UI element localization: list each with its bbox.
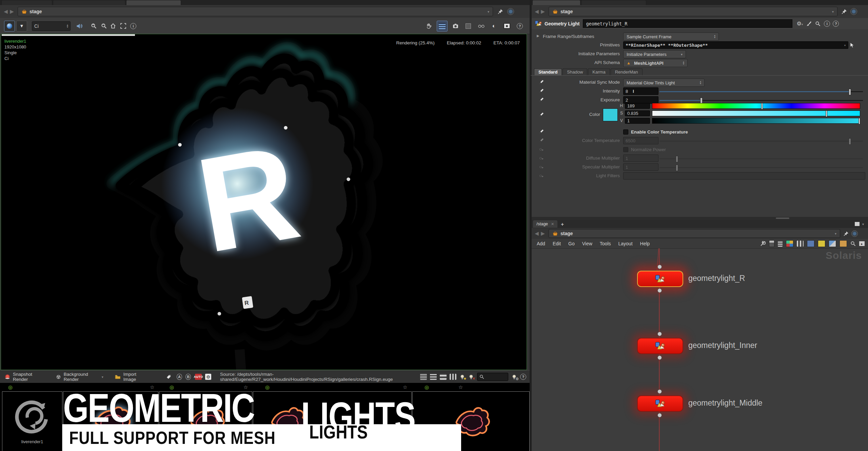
nav-back-icon[interactable]: ◀: [3, 8, 9, 15]
info-button[interactable]: i: [824, 21, 830, 27]
hue-field[interactable]: 189: [625, 103, 650, 109]
param-pane-tab-2[interactable]: [581, 0, 646, 5]
pane-maximize-icon[interactable]: [855, 222, 860, 226]
nav-back-icon[interactable]: ◀: [534, 230, 540, 237]
pane-menu-icon[interactable]: ▾: [862, 222, 864, 226]
node-output-dot[interactable]: [657, 355, 662, 360]
tab-standard[interactable]: Standard: [534, 68, 562, 75]
color-palette-icon[interactable]: [769, 240, 774, 247]
primitives-field[interactable]: **RInnerShape** **ROuterShape** ▾: [623, 41, 848, 49]
nav-forward-icon[interactable]: ▶: [540, 8, 546, 15]
region-icon[interactable]: [463, 21, 473, 31]
network-tab-stage[interactable]: /stage ✕: [533, 220, 557, 228]
nav-forward-icon[interactable]: ▶: [9, 8, 15, 15]
filmstrip-icon[interactable]: [450, 374, 456, 380]
menu-layout[interactable]: Layout: [615, 241, 636, 246]
delete-snapshot-icon[interactable]: ✕: [468, 374, 474, 380]
node-output-dot[interactable]: [657, 413, 662, 417]
fit-view-button[interactable]: [118, 21, 128, 31]
node-name-field[interactable]: geometrylight_R: [583, 19, 792, 28]
sat-bar[interactable]: [652, 110, 860, 116]
pencil-icon[interactable]: [539, 97, 544, 102]
pencil-icon[interactable]: [539, 88, 544, 93]
intensity-slider[interactable]: [659, 91, 863, 92]
help-button[interactable]: ?: [515, 21, 525, 31]
enable-color-temp-checkbox[interactable]: [623, 129, 628, 135]
sticky-note-icon[interactable]: [818, 240, 825, 247]
pin-icon[interactable]: [498, 9, 503, 14]
node-geometrylight-Inner[interactable]: [637, 338, 683, 354]
menu-help[interactable]: Help: [636, 241, 654, 246]
gear-menu-icon[interactable]: ⚙▾: [796, 20, 803, 27]
material-sync-dropdown[interactable]: Material Glow Tints Light ▴▾: [623, 79, 705, 87]
intensity-field[interactable]: 8 I: [623, 87, 658, 95]
menu-edit[interactable]: Edit: [549, 241, 565, 246]
snapshot-render-button[interactable]: Snapshot Render: [13, 372, 44, 382]
radial-menu-icon[interactable]: [851, 230, 858, 237]
aov-select[interactable]: Ci ▴▾: [32, 21, 71, 31]
display-toggle-persp[interactable]: [4, 21, 15, 32]
snapshot-settings-icon[interactable]: ⚙: [511, 374, 517, 380]
path-dropdown-icon[interactable]: ▾: [488, 10, 489, 14]
right-path-field[interactable]: stage ▾: [549, 7, 837, 16]
radial-menu-icon[interactable]: [507, 8, 514, 15]
gallery-thumb-live[interactable]: liverender1: [2, 391, 62, 451]
display-toggle-filter[interactable]: ▼: [16, 21, 27, 32]
stereo-glasses-icon[interactable]: [476, 21, 486, 31]
tab-renderman[interactable]: RenderMan: [611, 68, 643, 75]
left-path-field[interactable]: stage ▾: [18, 7, 493, 16]
search-icon[interactable]: [815, 21, 821, 26]
auto-badge[interactable]: AUTO: [195, 374, 202, 380]
pane-splitter[interactable]: [532, 217, 868, 220]
primitives-dropdown-icon[interactable]: ▾: [844, 43, 846, 47]
grid-large-icon[interactable]: [440, 374, 447, 380]
new-tab-button[interactable]: +: [561, 221, 564, 227]
tab-karma[interactable]: Karma: [588, 68, 610, 75]
grid-small-icon[interactable]: [420, 374, 427, 380]
menu-view[interactable]: View: [578, 241, 596, 246]
inspect-info-button[interactable]: i: [128, 21, 138, 31]
tab-shadow[interactable]: Shadow: [563, 68, 587, 75]
aov-spinner-icon[interactable]: ▴▾: [67, 24, 68, 28]
initialize-parameters-button[interactable]: Initialize Parameters ▾: [623, 50, 686, 58]
override-dot-icon[interactable]: ○▸: [539, 164, 544, 169]
snapshot-blue-icon[interactable]: [807, 240, 814, 247]
network-box-icon[interactable]: [840, 240, 847, 247]
network-canvas[interactable]: Solaris geometrylight_R geometrylight_In…: [532, 248, 868, 451]
sat-field[interactable]: 0.835: [625, 110, 650, 116]
pin-icon[interactable]: [844, 231, 849, 236]
thumb-target-icon[interactable]: ◎: [425, 384, 429, 390]
pencil-icon[interactable]: [539, 112, 544, 117]
override-dot-icon[interactable]: ○▸: [539, 146, 544, 152]
val-bar[interactable]: [652, 118, 860, 124]
overlay-text-toggle[interactable]: [437, 21, 448, 32]
zoom-in-button[interactable]: +: [87, 21, 98, 31]
menu-add[interactable]: Add: [533, 241, 549, 246]
brush-icon[interactable]: [806, 21, 812, 26]
param-help-button[interactable]: ?: [833, 21, 839, 27]
new-snapshot-icon[interactable]: ★: [459, 374, 465, 380]
gallery-help-button[interactable]: ?: [520, 374, 526, 380]
node-input-dot[interactable]: [657, 265, 662, 269]
path-dropdown-icon[interactable]: ▾: [832, 10, 834, 14]
compare-b-button[interactable]: B: [185, 374, 191, 380]
thumb-star-icon[interactable]: ☆: [458, 384, 463, 390]
pin-icon[interactable]: [842, 9, 847, 14]
radial-menu-icon[interactable]: [850, 8, 857, 15]
node-input-dot[interactable]: [657, 389, 662, 394]
select-primitives-icon[interactable]: [849, 42, 855, 48]
gallery-search-field[interactable]: [477, 373, 508, 381]
thumb-target-icon[interactable]: ◎: [8, 384, 13, 390]
pane-tab-2[interactable]: [53, 0, 125, 5]
pane-tab-1[interactable]: [1, 0, 52, 5]
node-output-dot[interactable]: [657, 288, 662, 293]
snapshot-icon[interactable]: [450, 21, 460, 31]
tag-icon[interactable]: [166, 374, 171, 380]
background-render-button[interactable]: Background Render: [64, 372, 100, 382]
path-dropdown-icon[interactable]: ▾: [835, 232, 836, 235]
close-tab-icon[interactable]: ✕: [551, 222, 554, 226]
grid-medium-icon[interactable]: [430, 374, 437, 380]
nav-back-icon[interactable]: ◀: [534, 8, 540, 15]
api-schema-dropdown[interactable]: ▲ MeshLightAPI ▴▾: [623, 59, 688, 67]
home-view-button[interactable]: [108, 21, 118, 31]
